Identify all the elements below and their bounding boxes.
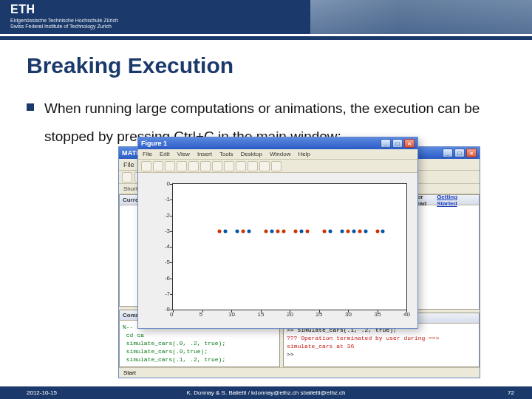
data-point xyxy=(364,229,367,233)
data-point xyxy=(358,229,361,233)
fig-zoomin-icon[interactable] xyxy=(200,161,211,171)
fig-print-icon[interactable] xyxy=(177,161,187,171)
news-link-getstarted[interactable]: Getting Started xyxy=(437,194,476,207)
eth-sub-line2: Swiss Federal Institute of Technology Zu… xyxy=(10,24,118,30)
fig-maximize-button[interactable]: □ xyxy=(392,139,403,148)
data-point xyxy=(218,229,222,233)
ytick-label: -7 xyxy=(165,290,170,297)
fig-menu-window[interactable]: Window xyxy=(270,151,290,157)
fig-pan-icon[interactable] xyxy=(224,161,234,171)
figure-title: Figure 1 xyxy=(141,140,379,147)
fig-zoomout-icon[interactable] xyxy=(212,161,222,171)
fig-menu-insert[interactable]: Insert xyxy=(197,151,212,157)
cmd-prompt: >> xyxy=(287,350,476,358)
matlab-statusbar[interactable]: Start xyxy=(119,367,480,378)
fig-new-icon[interactable] xyxy=(141,161,151,171)
cmd-error: ??? Operation terminated by user during … xyxy=(287,334,476,350)
data-point xyxy=(323,229,327,233)
slide-title: Breaking Execution xyxy=(27,53,532,78)
ytick-label: -5 xyxy=(165,259,170,265)
fig-save-icon[interactable] xyxy=(165,161,175,171)
data-point xyxy=(375,229,379,233)
bullet-icon xyxy=(27,103,34,111)
eth-subtitle: Eidgenössische Technische Hochschule Zür… xyxy=(10,18,118,30)
close-button[interactable]: × xyxy=(466,149,477,157)
new-icon[interactable] xyxy=(122,172,132,183)
footer-date: 2012-10-15 xyxy=(27,389,57,396)
data-point xyxy=(282,229,286,233)
fig-minimize-button[interactable]: _ xyxy=(381,139,391,148)
fig-menu-file[interactable]: File xyxy=(143,151,152,157)
data-point xyxy=(235,229,239,233)
fig-menu-view[interactable]: View xyxy=(177,151,190,157)
fig-legend-icon[interactable] xyxy=(271,161,282,171)
figure-toolbar xyxy=(138,160,417,173)
ytick-label: -2 xyxy=(165,212,170,219)
data-point xyxy=(299,229,303,233)
fig-menu-tools[interactable]: Tools xyxy=(219,151,233,157)
data-point xyxy=(352,229,355,233)
data-point xyxy=(341,229,344,233)
eth-sub-line1: Eidgenössische Technische Hochschule Zür… xyxy=(10,18,118,24)
data-point xyxy=(305,229,309,233)
data-point xyxy=(347,229,350,233)
ytick-label: -1 xyxy=(165,196,170,202)
data-point xyxy=(381,229,385,233)
fig-menu-edit[interactable]: Edit xyxy=(160,151,170,157)
data-point xyxy=(270,229,274,233)
fig-rotate-icon[interactable] xyxy=(236,161,246,171)
footer: 2012-10-15 K. Donnay & S. Balietti / kdo… xyxy=(0,386,532,399)
data-point xyxy=(241,229,245,233)
header-photo xyxy=(310,0,532,34)
fig-menu-help[interactable]: Help xyxy=(298,151,310,157)
figure-window: Figure 1 _ □ × File Edit View Insert Too… xyxy=(137,137,418,329)
fig-menu-desktop[interactable]: Desktop xyxy=(241,151,262,157)
plot-area: 0-1-2-3-4-5-6-7-80510152025303540 xyxy=(138,173,417,328)
footer-page: 72 xyxy=(508,389,514,396)
ytick-label: -6 xyxy=(165,275,170,282)
fig-open-icon[interactable] xyxy=(153,161,163,171)
footer-authors: K. Donnay & S. Balietti / kdonnay@ethz.c… xyxy=(186,389,345,396)
figure-menubar[interactable]: File Edit View Insert Tools Desktop Wind… xyxy=(138,149,417,160)
eth-logo: ETH xyxy=(10,3,35,16)
start-button[interactable]: Start xyxy=(123,369,136,376)
ytick-label: -4 xyxy=(165,243,170,250)
ytick-label: -3 xyxy=(165,228,170,234)
fig-arrow-icon[interactable] xyxy=(188,161,199,171)
fig-colorbar-icon[interactable] xyxy=(259,161,270,171)
fig-datacursor-icon[interactable] xyxy=(248,161,258,171)
data-point xyxy=(265,229,268,233)
axes: 0-1-2-3-4-5-6-7-80510152025303540 xyxy=(172,183,407,310)
figure-titlebar[interactable]: Figure 1 _ □ × xyxy=(138,137,417,149)
ytick-label: -8 xyxy=(165,306,170,313)
data-point xyxy=(293,229,297,233)
menu-file[interactable]: File xyxy=(123,161,134,168)
maximize-button[interactable]: □ xyxy=(454,149,465,157)
command-window-content[interactable]: >> simulate_cars(.1, .2, true); ??? Oper… xyxy=(284,324,479,361)
header-divider-blue xyxy=(0,36,532,40)
minimize-button[interactable]: _ xyxy=(443,149,453,157)
data-point xyxy=(224,229,228,233)
data-point xyxy=(247,229,250,233)
data-point xyxy=(276,229,280,233)
header-bar: ETH Eidgenössische Technische Hochschule… xyxy=(0,0,532,34)
fig-close-button[interactable]: × xyxy=(404,139,415,148)
data-point xyxy=(329,229,332,233)
